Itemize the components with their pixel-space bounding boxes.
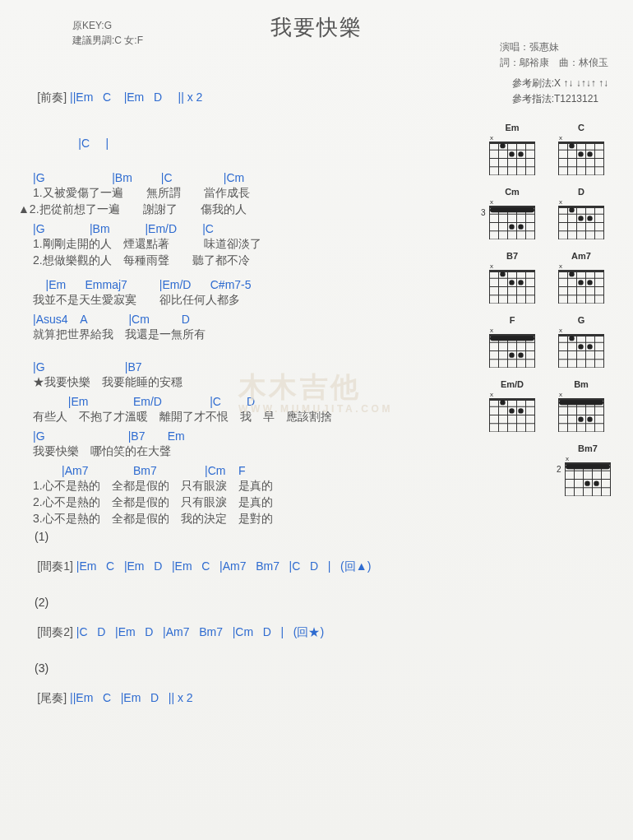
inter2-chords: |C D |Em D |Am7 Bm7 |Cm D | (回★): [73, 625, 324, 638]
credits-block: 演唱：張惠妹 詞：鄔裕康 曲：林俍玉: [500, 39, 608, 71]
chorus-lyric-4a: 1.心不是熱的 全都是假的 只有眼淚 是真的: [33, 479, 475, 494]
pre-chords-2: |Asus4 A |Cm D: [33, 313, 190, 326]
svg-point-117: [569, 336, 574, 341]
chord-diagram-cm: Cmx3: [487, 187, 538, 239]
svg-point-87: [569, 271, 574, 276]
verse-lyric-2b: 2.想做樂觀的人 每種雨聲 聽了都不冷: [33, 253, 475, 268]
svg-point-148: [587, 416, 592, 421]
chorus-lyric-3: 我要快樂 哪怕笑的在大聲: [33, 444, 475, 459]
svg-text:x: x: [490, 391, 493, 398]
svg-point-73: [518, 280, 523, 285]
fretboard-icon: x: [558, 391, 604, 432]
chord-diagram-c: Cx: [556, 123, 607, 175]
pre-chords-1: |Em Emmaj7 |Em/D C#m7-5: [33, 278, 252, 291]
svg-text:x: x: [559, 134, 562, 142]
fretboard-icon: x: [558, 262, 604, 304]
fretboard-icon: x: [558, 134, 604, 175]
svg-rect-42: [490, 207, 534, 212]
svg-text:x: x: [559, 262, 562, 270]
svg-point-28: [587, 151, 592, 156]
chord-diagram-label: F: [487, 315, 538, 325]
svg-rect-106: [558, 334, 604, 336]
svg-text:x: x: [559, 198, 562, 206]
svg-point-163: [594, 480, 598, 485]
tag-1: (1): [35, 530, 475, 543]
fretboard-icon: x: [489, 327, 535, 368]
outro-label: [尾奏]: [37, 691, 67, 704]
chord-diagram-label: Bm7: [562, 443, 613, 453]
fret-number: 2: [557, 465, 561, 474]
svg-point-29: [578, 151, 583, 156]
verse-chords-1: |G |Bm |C |Cm: [33, 171, 244, 184]
intro-chords-2: |C |: [78, 137, 109, 150]
svg-point-43: [518, 224, 523, 229]
fretboard-icon: x: [489, 262, 535, 304]
svg-text:x: x: [559, 391, 562, 398]
svg-text:x: x: [490, 134, 493, 142]
inter2-label: [間奏2]: [37, 625, 73, 638]
svg-text:x: x: [566, 455, 569, 462]
pre-lyric-2: 就算把世界給我 我還是一無所有: [33, 327, 475, 342]
svg-rect-1: [489, 142, 535, 144]
chord-diagram-bm: Bmx: [556, 379, 607, 432]
chorus-chords-4: |Am7 Bm7 |Cm F: [33, 464, 246, 477]
inter1-label: [間奏1]: [37, 559, 73, 573]
svg-text:x: x: [490, 198, 493, 206]
chord-diagram-f: Fx: [487, 315, 538, 368]
chord-diagram-label: G: [556, 315, 607, 325]
chorus-chords-2: |Em Em/D |C D: [33, 395, 255, 408]
svg-rect-46: [558, 206, 604, 208]
chord-diagram-label: Am7: [556, 251, 607, 261]
chorus-chords-1: |G |B7: [33, 360, 142, 374]
svg-rect-147: [559, 400, 603, 405]
chorus-lyric-2: 有些人 不抱了才溫暖 離開了才不恨 我 早 應該割捨: [33, 410, 475, 425]
verse-lyric-2a: 1.剛剛走開的人 煙還點著 味道卻淡了: [33, 237, 475, 252]
verse-lyric-1a: 1.又被愛傷了一遍 無所謂 當作成長: [33, 186, 475, 201]
chorus-chords-3: |G |B7 Em: [33, 429, 185, 443]
chord-diagrams: EmxCxCmx3DxB7xAm7xFxGxEm/DxBmxBm7x2: [487, 123, 618, 508]
svg-rect-16: [558, 142, 604, 144]
key-meta: 原KEY:G 建議男調:C 女:F: [72, 18, 143, 48]
chord-diagram-am7: Am7x: [556, 251, 607, 304]
svg-point-103: [518, 352, 523, 357]
chord-diagram-label: B7: [487, 251, 538, 261]
svg-point-88: [587, 280, 592, 285]
svg-point-72: [500, 271, 505, 276]
original-key: 原KEY:G: [72, 18, 143, 33]
svg-rect-61: [489, 270, 535, 272]
svg-point-59: [578, 216, 583, 220]
outro-chords: ||Em C |Em D || x 2: [67, 691, 193, 704]
svg-text:x: x: [559, 327, 562, 334]
svg-rect-76: [558, 270, 604, 272]
svg-point-74: [509, 280, 514, 285]
chord-diagram-label: Em/D: [487, 379, 538, 389]
chord-diagram-label: C: [556, 123, 607, 132]
chord-diagram-em: Emx: [487, 123, 538, 175]
finger-pattern: 參考指法:T1213121: [512, 91, 608, 107]
fret-number: 3: [481, 208, 486, 217]
suggested-key: 建議男調:C 女:F: [72, 33, 143, 48]
svg-point-58: [587, 216, 592, 220]
chord-diagram-bm7: Bm7x2: [562, 443, 613, 496]
intro-chords-1: ||Em C |Em D || x 2: [70, 90, 202, 104]
svg-point-57: [569, 207, 574, 212]
tag-2: (2): [35, 596, 475, 609]
fretboard-icon: x: [558, 327, 604, 368]
svg-point-134: [509, 408, 514, 413]
verse-lyric-1b: ▲2.把從前想了一遍 謝謝了 傷我的人: [18, 202, 475, 217]
strum-pattern: 參考刷法:X ↑↓ ↓↑↓↑ ↑↓: [512, 76, 608, 91]
svg-point-132: [500, 400, 505, 405]
chord-diagram-label: Cm: [487, 187, 538, 197]
fretboard-icon: x: [558, 198, 604, 239]
chord-diagram-g: Gx: [556, 315, 607, 368]
lyrics-column: [前奏] ||Em C |Em D || x 2 |C | |G |Bm |C …: [15, 77, 475, 719]
svg-point-89: [578, 280, 583, 285]
svg-point-149: [578, 416, 583, 421]
chorus-lyric-4b: 2.心不是熱的 全都是假的 只有眼淚 是真的: [33, 495, 475, 510]
pre-lyric-1: 我並不是天生愛寂寞 卻比任何人都多: [33, 293, 475, 308]
chord-diagram-b7: B7x: [487, 251, 538, 304]
svg-point-119: [578, 344, 583, 349]
fretboard-icon: x3: [489, 198, 535, 239]
chorus-lyric-1: ★我要快樂 我要能睡的安穩: [33, 375, 475, 390]
intro-label: [前奏]: [37, 90, 67, 104]
